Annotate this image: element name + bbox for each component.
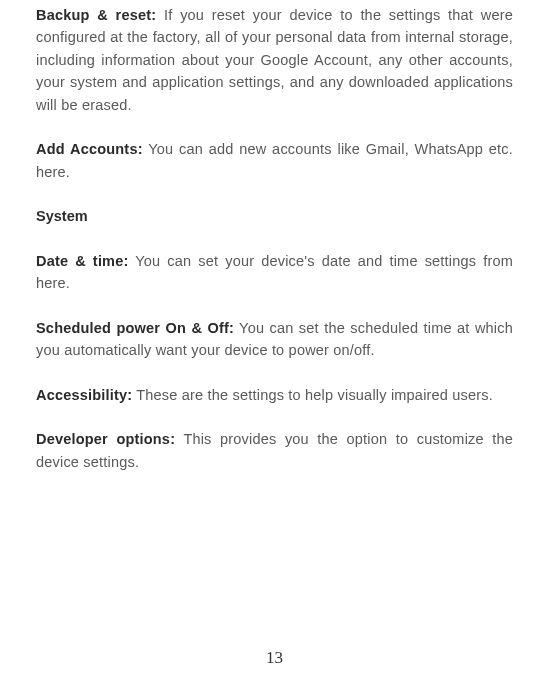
- label-scheduled-power: Scheduled power On & Off:: [36, 320, 234, 336]
- label-date-time: Date & time:: [36, 253, 129, 269]
- label-developer-options: Developer options:: [36, 431, 175, 447]
- label-add-accounts: Add Accounts:: [36, 141, 143, 157]
- para-add-accounts: Add Accounts: You can add new accounts l…: [36, 138, 513, 183]
- text-accessibility: These are the settings to help visually …: [132, 387, 493, 403]
- para-backup-reset: Backup & reset: If you reset your device…: [36, 4, 513, 116]
- section-title-system: System: [36, 205, 513, 227]
- para-accessibility: Accessibility: These are the settings to…: [36, 384, 513, 406]
- page-number: 13: [0, 645, 549, 671]
- label-accessibility: Accessibility:: [36, 387, 132, 403]
- label-backup-reset: Backup & reset:: [36, 7, 156, 23]
- para-scheduled-power: Scheduled power On & Off: You can set th…: [36, 317, 513, 362]
- para-date-time: Date & time: You can set your device's d…: [36, 250, 513, 295]
- page-content: Backup & reset: If you reset your device…: [0, 0, 549, 691]
- para-developer-options: Developer options: This provides you the…: [36, 428, 513, 473]
